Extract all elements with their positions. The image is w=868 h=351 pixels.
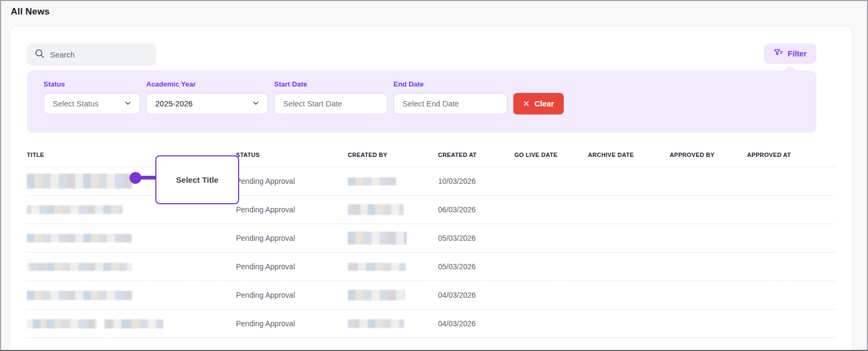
redacted-block xyxy=(27,234,132,242)
cell-title xyxy=(27,234,236,242)
cell-status: Pending Approval xyxy=(236,177,348,185)
cell-status: Pending Approval xyxy=(236,205,348,214)
cell-created-at: 10/03/2026 xyxy=(438,177,514,185)
cell-created-at: 06/03/2026 xyxy=(438,205,514,214)
redacted-title xyxy=(27,319,236,328)
filter-field-label: Status xyxy=(44,80,140,88)
chevron-down-icon xyxy=(124,99,132,109)
redacted-title xyxy=(27,234,236,242)
redacted-block xyxy=(348,319,404,328)
tooltip-label: Select Title xyxy=(176,175,219,184)
clear-filters-button[interactable]: ✕ Clear xyxy=(513,93,564,114)
cell-title xyxy=(27,263,236,271)
redacted-block xyxy=(27,319,97,328)
news-table: TITLESTATUSCREATED BYCREATED ATGO LIVE D… xyxy=(27,142,835,338)
cell-created-at: 05/03/2026 xyxy=(438,234,514,242)
filter-field-label: Academic Year xyxy=(146,80,268,88)
cell-created-by xyxy=(348,319,438,328)
tooltip-anchor-dot xyxy=(130,172,141,184)
redacted-created-by xyxy=(348,232,438,245)
table-row[interactable]: Pending Approval06/03/2026 xyxy=(27,196,835,224)
cell-created-by xyxy=(348,232,438,245)
filter-panel-caret xyxy=(784,65,796,70)
cell-created-by xyxy=(348,263,438,271)
table-header: TITLESTATUSCREATED BYCREATED ATGO LIVE D… xyxy=(27,142,835,167)
filter-field-label: End Date xyxy=(393,80,507,88)
cell-created-at: 04/03/2026 xyxy=(438,319,514,328)
clear-x-icon: ✕ xyxy=(523,99,530,109)
column-header-created-by: CREATED BY xyxy=(348,152,438,158)
chevron-down-icon xyxy=(252,99,260,109)
redacted-title xyxy=(27,263,236,271)
date-input-start-date[interactable]: Select Start Date xyxy=(274,93,388,114)
redacted-title xyxy=(27,205,236,214)
cell-title xyxy=(27,205,236,214)
table-row[interactable]: Pending Approval05/03/2026 xyxy=(27,224,835,253)
table-row[interactable]: Pending Approval04/03/2026 xyxy=(27,281,835,310)
search-icon xyxy=(34,48,45,61)
content-card: Search Filter StatusSelect StatusAcademi… xyxy=(10,26,852,351)
search-placeholder: Search xyxy=(50,51,75,59)
cell-status: Pending Approval xyxy=(236,291,348,299)
select-status[interactable]: Select Status xyxy=(44,93,140,114)
filter-funnel-icon xyxy=(773,48,784,60)
redacted-block xyxy=(348,204,404,215)
column-header-approved-at: APPROVED AT xyxy=(747,152,835,158)
redacted-block xyxy=(348,177,396,185)
redacted-created-by xyxy=(348,290,438,300)
filter-button[interactable]: Filter xyxy=(764,44,816,64)
page-title: All News xyxy=(11,6,49,17)
filter-field-label: Start Date xyxy=(274,80,388,88)
column-header-created-at: CREATED AT xyxy=(438,152,514,158)
redacted-created-by xyxy=(348,319,438,328)
redacted-block xyxy=(27,174,132,189)
filter-panel: StatusSelect StatusAcademic Year2025-202… xyxy=(27,70,816,133)
filter-field-status: StatusSelect Status xyxy=(44,80,140,114)
table-row[interactable]: Pending Approval10/03/2026 xyxy=(27,167,835,196)
column-header-status: STATUS xyxy=(236,152,348,158)
search-input[interactable]: Search xyxy=(27,44,156,66)
all-news-page: All News Search Filt xyxy=(0,0,868,351)
cell-title xyxy=(27,291,236,300)
table-row[interactable]: Pending Approval05/03/2026 xyxy=(27,253,835,281)
cell-created-at: 05/03/2026 xyxy=(438,262,514,271)
redacted-block xyxy=(27,205,123,214)
cell-created-by xyxy=(348,204,438,215)
redacted-block xyxy=(27,291,133,300)
table-body: Pending Approval10/03/2026Pending Approv… xyxy=(27,167,835,338)
redacted-block xyxy=(104,319,163,328)
cell-created-by xyxy=(348,177,438,185)
redacted-created-by xyxy=(348,204,438,215)
cell-title xyxy=(27,319,236,328)
filter-field-academic-year: Academic Year2025-2026 xyxy=(146,80,268,114)
cell-status: Pending Approval xyxy=(236,234,348,242)
column-header-go-live-date: GO LIVE DATE xyxy=(514,152,588,158)
redacted-block xyxy=(348,290,405,300)
redacted-title xyxy=(27,291,236,300)
toolbar: Search Filter xyxy=(27,44,835,66)
filter-button-label: Filter xyxy=(788,49,807,58)
redacted-created-by xyxy=(348,263,438,271)
filter-fields: StatusSelect StatusAcademic Year2025-202… xyxy=(44,80,816,114)
redacted-block xyxy=(348,232,407,245)
table-row[interactable]: Pending Approval04/03/2026 xyxy=(27,310,835,338)
field-value: Select Start Date xyxy=(283,99,342,108)
field-value: Select End Date xyxy=(403,99,459,108)
redacted-block xyxy=(348,263,406,271)
filter-field-start-date: Start DateSelect Start Date xyxy=(274,80,388,114)
select-title-tooltip: Select Title xyxy=(155,155,239,204)
redacted-created-by xyxy=(348,177,438,185)
cell-created-at: 04/03/2026 xyxy=(438,291,514,299)
select-academic-year[interactable]: 2025-2026 xyxy=(146,93,268,114)
column-header-archive-date: ARCHIVE DATE xyxy=(588,152,670,158)
cell-status: Pending Approval xyxy=(236,262,348,271)
field-value: 2025-2026 xyxy=(155,99,192,108)
redacted-block xyxy=(27,263,132,271)
cell-created-by xyxy=(348,290,438,300)
column-header-approved-by: APPROVED BY xyxy=(670,152,747,158)
clear-button-label: Clear xyxy=(535,99,554,108)
filter-field-end-date: End DateSelect End Date xyxy=(393,80,507,114)
cell-status: Pending Approval xyxy=(236,319,348,328)
date-input-end-date[interactable]: Select End Date xyxy=(393,93,507,114)
field-value: Select Status xyxy=(53,99,98,108)
